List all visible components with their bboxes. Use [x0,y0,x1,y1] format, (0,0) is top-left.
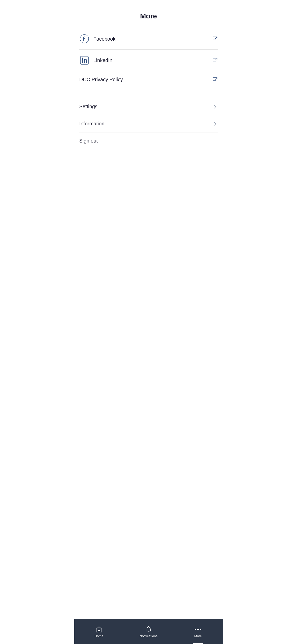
tab-notifications-label: Notifications [140,634,157,638]
information-list-item[interactable]: Information [79,115,218,132]
signout-label: Sign out [79,138,218,144]
svg-rect-3 [82,59,83,63]
linkedin-external-link-icon [212,58,218,63]
privacy-policy-list-item[interactable]: DCC Privacy Policy [79,71,218,88]
svg-point-9 [197,629,199,630]
tab-more-label: More [194,634,202,638]
more-dots-icon [194,626,202,633]
settings-label: Settings [79,104,212,109]
svg-point-4 [82,58,83,59]
linkedin-label: LinkedIn [93,58,212,63]
tab-home[interactable]: Home [74,619,124,644]
facebook-label: Facebook [93,36,212,42]
signout-list-item[interactable]: Sign out [79,132,218,149]
svg-point-0 [80,35,89,43]
menu-section: Settings Information Sign out [79,98,218,149]
information-chevron-icon [212,121,218,127]
tab-more[interactable]: More [173,619,223,644]
home-icon [95,626,103,633]
information-label: Information [79,121,212,127]
svg-point-10 [200,629,201,630]
bell-icon [145,626,152,633]
linkedin-icon [79,55,89,65]
page-title: More [74,0,223,28]
privacy-policy-label: DCC Privacy Policy [79,77,212,82]
settings-list-item[interactable]: Settings [79,98,218,115]
section-divider [74,88,223,98]
tab-home-label: Home [94,634,103,638]
tab-bar: Home Notifications More [74,619,223,644]
tab-notifications[interactable]: Notifications [124,619,173,644]
settings-chevron-icon [212,104,218,109]
social-links-section: Facebook LinkedIn [79,28,218,88]
privacy-policy-external-link-icon [212,77,218,82]
facebook-external-link-icon [212,36,218,42]
facebook-icon [79,34,89,44]
facebook-list-item[interactable]: Facebook [79,28,218,50]
linkedin-list-item[interactable]: LinkedIn [79,50,218,71]
svg-point-8 [195,629,196,630]
